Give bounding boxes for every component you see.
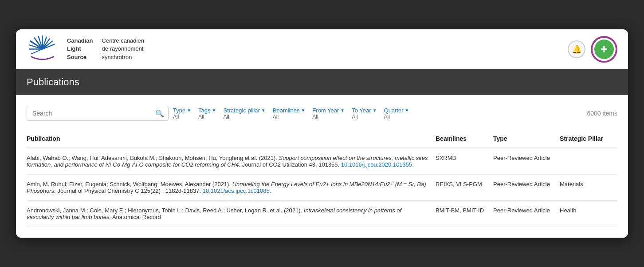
search-wrapper: 🔍 [27, 106, 169, 121]
quarter-chevron-icon: ▼ [405, 108, 409, 113]
filter-tags-label: Tags ▼ [198, 107, 216, 114]
table-body: Alabi, Wahab O.; Wang, Hui; Adesanmi, Bu… [27, 148, 617, 227]
bell-icon: 🔔 [572, 44, 581, 54]
notification-button[interactable]: 🔔 [568, 40, 585, 58]
header: Canadian Light Source Centre canadien de… [16, 29, 628, 69]
type-cell: Peer-Reviewed Article [493, 175, 560, 201]
filter-quarter-sub: All [384, 114, 390, 120]
col-type: Type [493, 132, 560, 148]
filter-strategic[interactable]: Strategic pillar ▼ All [223, 107, 265, 120]
tags-chevron-icon: ▼ [212, 108, 216, 113]
table-row: Andronowski, Janna M.; Cole, Mary E.; Hi… [27, 201, 617, 227]
logo-area: Canadian Light Source Centre canadien de… [27, 35, 144, 64]
type-cell: Peer-Reviewed Article [493, 148, 560, 175]
type-cell: Peer-Reviewed Article [493, 201, 560, 227]
add-button-ring: + [591, 36, 617, 63]
header-actions: 🔔 + [568, 36, 617, 63]
strategic-cell [560, 148, 617, 175]
logo-en-line1: Canadian [67, 37, 93, 45]
col-publication: Publication [27, 132, 436, 148]
add-button[interactable]: + [594, 40, 614, 59]
filter-to-year[interactable]: To Year ▼ All [352, 107, 377, 120]
strategic-chevron-icon: ▼ [261, 108, 266, 113]
col-beamlines: Beamlines [436, 132, 493, 148]
pub-citation: Amin, M. Ruhul; Elzer, Eugenia; Schnick,… [27, 181, 232, 187]
logo-fr-line2: de rayonnement [102, 45, 144, 53]
beamlines-cell: REIXS, VLS-PGM [436, 175, 493, 201]
table-row: Amin, M. Ruhul; Elzer, Eugenia; Schnick,… [27, 175, 617, 201]
search-icon: 🔍 [155, 109, 164, 118]
pub-cell: Andronowski, Janna M.; Cole, Mary E.; Hi… [27, 201, 436, 227]
filter-from-year-label: From Year ▼ [312, 107, 345, 114]
table-row: Alabi, Wahab O.; Wang, Hui; Adesanmi, Bu… [27, 148, 617, 175]
filter-quarter-label: Quarter ▼ [384, 107, 409, 114]
filter-beamlines-label: Beamlines ▼ [273, 107, 306, 114]
filter-tags[interactable]: Tags ▼ All [198, 107, 216, 120]
publications-table: Publication Beamlines Type Strategic Pil… [27, 132, 617, 227]
pub-doi-link[interactable]: 10.1021/acs.jpcc.1c01085. [203, 187, 271, 194]
filter-quarter[interactable]: Quarter ▼ All [384, 107, 409, 120]
main-content: 🔍 Type ▼ All Tags ▼ All [16, 95, 628, 238]
type-chevron-icon: ▼ [187, 108, 191, 113]
filter-type-sub: All [173, 114, 179, 120]
filter-strategic-label: Strategic pillar ▼ [223, 107, 265, 114]
logo-text: Canadian Light Source Centre canadien de… [67, 37, 144, 61]
pub-cell: Amin, M. Ruhul; Elzer, Eugenia; Schnick,… [27, 175, 436, 201]
filter-type[interactable]: Type ▼ All [173, 107, 191, 120]
filter-type-label: Type ▼ [173, 107, 191, 114]
page-title: Publications [27, 76, 617, 88]
logo-en-line3: Source [67, 53, 93, 61]
filter-from-year-sub: All [312, 114, 318, 120]
logo-en-line2: Light [67, 45, 93, 53]
to-year-chevron-icon: ▼ [373, 108, 377, 113]
svg-line-10 [31, 49, 43, 54]
filter-group: Type ▼ All Tags ▼ All Strategic pillar ▼ [173, 107, 617, 120]
pub-cell: Alabi, Wahab O.; Wang, Hui; Adesanmi, Bu… [27, 148, 436, 175]
filter-tags-sub: All [198, 114, 204, 120]
filter-strategic-sub: All [223, 114, 229, 120]
pub-journal: Anatomical Record [111, 214, 161, 220]
search-input[interactable] [27, 106, 169, 121]
main-window: Canadian Light Source Centre canadien de… [16, 29, 628, 238]
cls-logo [27, 35, 60, 64]
filter-beamlines[interactable]: Beamlines ▼ All [273, 107, 306, 120]
filter-to-year-label: To Year ▼ [352, 107, 377, 114]
logo-fr-line3: synchrotron [102, 53, 144, 61]
pub-citation: Alabi, Wahab O.; Wang, Hui; Adesanmi, Bu… [27, 155, 279, 161]
item-count: 6000 items [587, 110, 617, 117]
pub-journal: Journal of CO2 Utilization 43, 101355. [240, 161, 341, 168]
col-strategic: Strategic Pillar [560, 132, 617, 148]
beamlines-cell: BMIT-BM, BMIT-ID [436, 201, 493, 227]
logo-fr-line1: Centre canadien [102, 37, 144, 45]
table-header: Publication Beamlines Type Strategic Pil… [27, 132, 617, 148]
strategic-cell: Health [560, 201, 617, 227]
pub-doi-link[interactable]: 10.1016/j.jcou.2020.101355. [341, 161, 414, 168]
strategic-cell: Materials [560, 175, 617, 201]
page-title-bar: Publications [16, 69, 628, 95]
filter-from-year[interactable]: From Year ▼ All [312, 107, 345, 120]
pub-journal: Journal of Physical Chemistry C 125(22) … [56, 187, 203, 194]
filter-beamlines-sub: All [273, 114, 279, 120]
beamlines-cell: SXRMB [436, 148, 493, 175]
beamlines-chevron-icon: ▼ [301, 108, 305, 113]
filter-bar: 🔍 Type ▼ All Tags ▼ All [27, 106, 617, 121]
from-year-chevron-icon: ▼ [340, 108, 345, 113]
filter-to-year-sub: All [352, 114, 357, 120]
pub-citation: Andronowski, Janna M.; Cole, Mary E.; Hi… [27, 207, 304, 214]
